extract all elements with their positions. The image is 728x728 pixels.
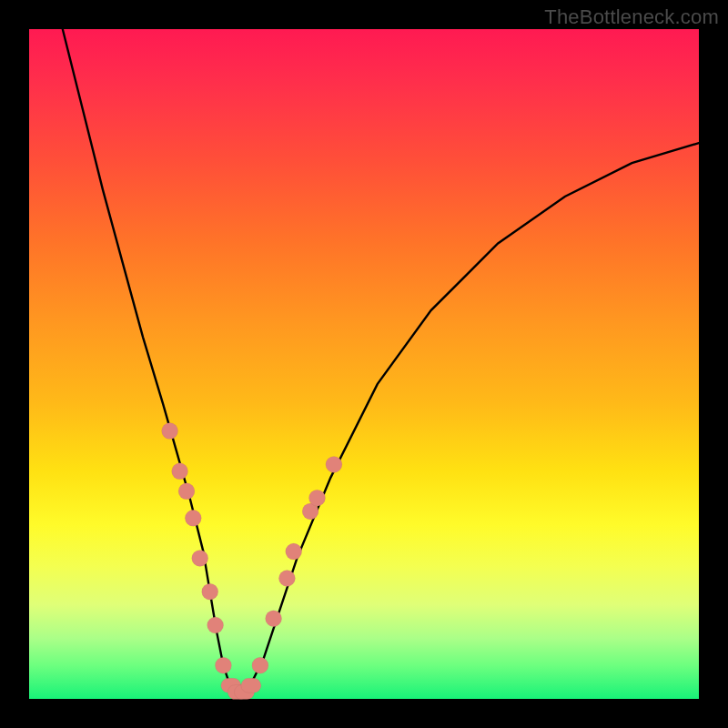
bottleneck-curve bbox=[63, 29, 699, 693]
chart-frame: TheBottleneck.com bbox=[0, 0, 728, 728]
marker-dot bbox=[252, 657, 268, 673]
marker-dot bbox=[162, 423, 178, 440]
marker-group bbox=[162, 423, 342, 700]
marker-dot bbox=[309, 490, 326, 506]
marker-dot bbox=[172, 463, 188, 480]
marker-dot bbox=[192, 550, 208, 566]
marker-dot bbox=[207, 617, 224, 633]
marker-dot bbox=[286, 543, 302, 560]
marker-dot bbox=[326, 456, 342, 472]
marker-dot bbox=[278, 571, 295, 587]
chart-svg bbox=[29, 29, 699, 699]
watermark-text: TheBottleneck.com bbox=[544, 5, 719, 29]
marker-dot bbox=[185, 510, 201, 526]
marker-dot bbox=[178, 483, 195, 500]
marker-dot bbox=[215, 657, 231, 673]
marker-dot bbox=[266, 611, 282, 627]
marker-dot bbox=[241, 678, 261, 693]
plot-area bbox=[29, 29, 699, 699]
marker-dot bbox=[202, 583, 218, 600]
